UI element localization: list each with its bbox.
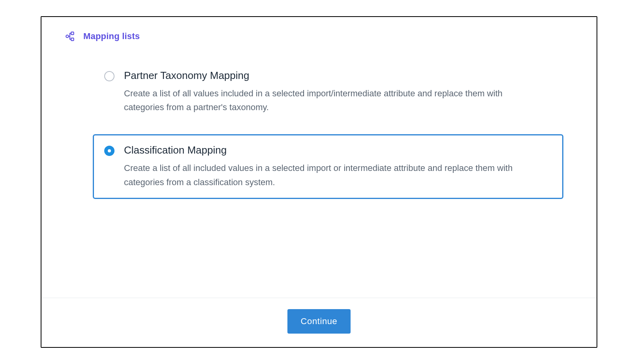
mapping-options: Partner Taxonomy Mapping Create a list o… [65,60,573,199]
radio-classification[interactable] [104,146,114,156]
panel-header: Mapping lists [65,31,573,41]
option-description: Create a list of all values included in … [124,86,527,114]
hierarchy-icon [65,31,75,41]
option-classification[interactable]: Classification Mapping Create a list of … [93,134,563,199]
option-description: Create a list of all included values in … [124,161,527,189]
option-title: Classification Mapping [124,144,552,156]
continue-button[interactable]: Continue [287,309,351,334]
option-partner-taxonomy[interactable]: Partner Taxonomy Mapping Create a list o… [93,60,563,124]
panel-footer: Continue [41,298,597,347]
mapping-lists-panel: Mapping lists Partner Taxonomy Mapping C… [41,16,597,348]
radio-partner-taxonomy[interactable] [104,71,114,81]
panel-title: Mapping lists [83,31,140,41]
option-title: Partner Taxonomy Mapping [124,69,552,82]
